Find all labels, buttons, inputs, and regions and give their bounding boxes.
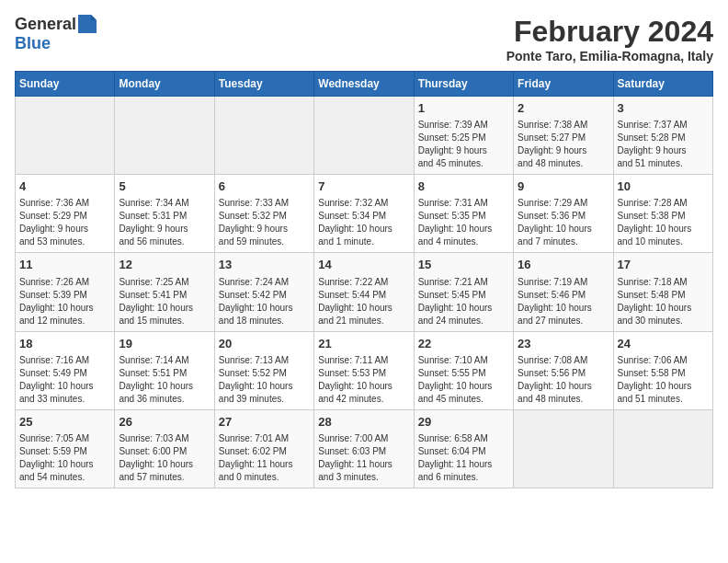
day-number: 7 [318, 178, 409, 195]
calendar-cell: 28Sunrise: 7:00 AM Sunset: 6:03 PM Dayli… [314, 409, 414, 488]
calendar-cell: 23Sunrise: 7:08 AM Sunset: 5:56 PM Dayli… [514, 331, 613, 409]
day-number: 18 [19, 336, 110, 352]
calendar-cell: 5Sunrise: 7:34 AM Sunset: 5:31 PM Daylig… [115, 175, 214, 253]
day-number: 9 [518, 178, 609, 195]
calendar-cell [613, 409, 712, 488]
calendar-cell: 21Sunrise: 7:11 AM Sunset: 5:53 PM Dayli… [314, 331, 414, 409]
day-info: Sunrise: 7:14 AM Sunset: 5:51 PM Dayligh… [119, 354, 210, 406]
day-info: Sunrise: 7:16 AM Sunset: 5:49 PM Dayligh… [19, 354, 110, 406]
day-info: Sunrise: 7:34 AM Sunset: 5:31 PM Dayligh… [119, 197, 210, 248]
calendar-cell [16, 97, 115, 175]
day-number: 22 [418, 336, 509, 352]
calendar-cell [115, 97, 214, 175]
day-number: 17 [618, 257, 709, 273]
calendar-week-row: 4Sunrise: 7:36 AM Sunset: 5:29 PM Daylig… [16, 175, 713, 253]
calendar-cell: 20Sunrise: 7:13 AM Sunset: 5:52 PM Dayli… [214, 331, 313, 409]
location-subtitle: Ponte Taro, Emilia-Romagna, Italy [506, 49, 713, 63]
svg-marker-1 [91, 15, 97, 20]
day-header-tuesday: Tuesday [214, 72, 313, 97]
day-info: Sunrise: 7:19 AM Sunset: 5:46 PM Dayligh… [518, 276, 609, 327]
calendar-week-row: 11Sunrise: 7:26 AM Sunset: 5:39 PM Dayli… [16, 253, 713, 331]
day-info: Sunrise: 7:01 AM Sunset: 6:02 PM Dayligh… [219, 432, 310, 484]
day-number: 5 [119, 178, 210, 195]
day-number: 21 [318, 336, 409, 352]
logo-general-text: General [15, 15, 76, 34]
day-header-wednesday: Wednesday [314, 72, 414, 97]
day-number: 19 [119, 336, 210, 352]
day-number: 27 [219, 414, 310, 431]
day-number: 14 [318, 257, 409, 273]
day-number: 13 [219, 257, 310, 273]
day-number: 3 [618, 100, 709, 117]
day-number: 20 [219, 336, 310, 352]
day-info: Sunrise: 7:29 AM Sunset: 5:36 PM Dayligh… [518, 197, 609, 248]
calendar-cell: 4Sunrise: 7:36 AM Sunset: 5:29 PM Daylig… [16, 175, 115, 253]
day-number: 16 [518, 257, 609, 273]
day-number: 8 [418, 178, 509, 195]
logo-icon [78, 15, 97, 33]
day-info: Sunrise: 7:37 AM Sunset: 5:28 PM Dayligh… [618, 119, 709, 170]
day-number: 10 [618, 178, 709, 195]
day-info: Sunrise: 7:33 AM Sunset: 5:32 PM Dayligh… [219, 197, 310, 248]
calendar-cell: 17Sunrise: 7:18 AM Sunset: 5:48 PM Dayli… [613, 253, 712, 331]
calendar-cell: 8Sunrise: 7:31 AM Sunset: 5:35 PM Daylig… [414, 175, 513, 253]
day-number: 24 [618, 336, 709, 352]
day-number: 1 [418, 100, 509, 117]
calendar-cell [214, 97, 313, 175]
day-info: Sunrise: 7:05 AM Sunset: 5:59 PM Dayligh… [19, 432, 110, 484]
day-number: 11 [19, 257, 110, 273]
calendar-cell: 27Sunrise: 7:01 AM Sunset: 6:02 PM Dayli… [214, 409, 313, 488]
calendar-cell: 26Sunrise: 7:03 AM Sunset: 6:00 PM Dayli… [115, 409, 214, 488]
day-info: Sunrise: 7:31 AM Sunset: 5:35 PM Dayligh… [418, 197, 509, 248]
day-header-monday: Monday [115, 72, 214, 97]
calendar-cell: 19Sunrise: 7:14 AM Sunset: 5:51 PM Dayli… [115, 331, 214, 409]
calendar-week-row: 18Sunrise: 7:16 AM Sunset: 5:49 PM Dayli… [16, 331, 713, 409]
calendar-cell: 3Sunrise: 7:37 AM Sunset: 5:28 PM Daylig… [613, 97, 712, 175]
calendar-cell: 1Sunrise: 7:39 AM Sunset: 5:25 PM Daylig… [414, 97, 513, 175]
day-number: 28 [318, 414, 409, 431]
day-info: Sunrise: 7:22 AM Sunset: 5:44 PM Dayligh… [318, 276, 409, 327]
calendar-cell: 9Sunrise: 7:29 AM Sunset: 5:36 PM Daylig… [514, 175, 613, 253]
calendar-cell: 7Sunrise: 7:32 AM Sunset: 5:34 PM Daylig… [314, 175, 414, 253]
title-section: February 2024 Ponte Taro, Emilia-Romagna… [506, 15, 713, 63]
day-number: 23 [518, 336, 609, 352]
day-info: Sunrise: 7:06 AM Sunset: 5:58 PM Dayligh… [618, 354, 709, 406]
calendar-cell: 11Sunrise: 7:26 AM Sunset: 5:39 PM Dayli… [16, 253, 115, 331]
day-info: Sunrise: 7:32 AM Sunset: 5:34 PM Dayligh… [318, 197, 409, 248]
day-info: Sunrise: 7:18 AM Sunset: 5:48 PM Dayligh… [618, 276, 709, 327]
day-number: 12 [119, 257, 210, 273]
calendar-cell: 24Sunrise: 7:06 AM Sunset: 5:58 PM Dayli… [613, 331, 712, 409]
calendar-cell: 13Sunrise: 7:24 AM Sunset: 5:42 PM Dayli… [214, 253, 313, 331]
day-info: Sunrise: 7:10 AM Sunset: 5:55 PM Dayligh… [418, 354, 509, 406]
day-number: 25 [19, 414, 110, 431]
day-number: 4 [19, 178, 110, 195]
calendar-cell: 6Sunrise: 7:33 AM Sunset: 5:32 PM Daylig… [214, 175, 313, 253]
day-number: 6 [219, 178, 310, 195]
calendar-cell: 29Sunrise: 6:58 AM Sunset: 6:04 PM Dayli… [414, 409, 513, 488]
page-header: General Blue February 2024 Ponte Taro, E… [15, 15, 713, 63]
calendar-cell: 10Sunrise: 7:28 AM Sunset: 5:38 PM Dayli… [613, 175, 712, 253]
day-info: Sunrise: 7:28 AM Sunset: 5:38 PM Dayligh… [618, 197, 709, 248]
calendar-cell: 2Sunrise: 7:38 AM Sunset: 5:27 PM Daylig… [514, 97, 613, 175]
day-header-saturday: Saturday [613, 72, 712, 97]
day-header-sunday: Sunday [16, 72, 115, 97]
day-header-thursday: Thursday [414, 72, 513, 97]
calendar-cell: 12Sunrise: 7:25 AM Sunset: 5:41 PM Dayli… [115, 253, 214, 331]
day-info: Sunrise: 7:24 AM Sunset: 5:42 PM Dayligh… [219, 276, 310, 327]
calendar-cell [314, 97, 414, 175]
calendar-cell: 22Sunrise: 7:10 AM Sunset: 5:55 PM Dayli… [414, 331, 513, 409]
calendar-week-row: 1Sunrise: 7:39 AM Sunset: 5:25 PM Daylig… [16, 97, 713, 175]
day-info: Sunrise: 7:03 AM Sunset: 6:00 PM Dayligh… [119, 432, 210, 484]
logo: General Blue [15, 15, 97, 53]
day-info: Sunrise: 7:36 AM Sunset: 5:29 PM Dayligh… [19, 197, 110, 248]
calendar-week-row: 25Sunrise: 7:05 AM Sunset: 5:59 PM Dayli… [16, 409, 713, 488]
day-info: Sunrise: 7:13 AM Sunset: 5:52 PM Dayligh… [219, 354, 310, 406]
day-info: Sunrise: 7:39 AM Sunset: 5:25 PM Dayligh… [418, 119, 509, 170]
logo-blue-text: Blue [15, 34, 51, 52]
calendar-cell [514, 409, 613, 488]
day-info: Sunrise: 7:00 AM Sunset: 6:03 PM Dayligh… [318, 432, 409, 484]
day-info: Sunrise: 7:21 AM Sunset: 5:45 PM Dayligh… [418, 276, 509, 327]
days-header-row: SundayMondayTuesdayWednesdayThursdayFrid… [16, 72, 713, 97]
day-info: Sunrise: 7:38 AM Sunset: 5:27 PM Dayligh… [518, 119, 609, 170]
day-info: Sunrise: 7:08 AM Sunset: 5:56 PM Dayligh… [518, 354, 609, 406]
